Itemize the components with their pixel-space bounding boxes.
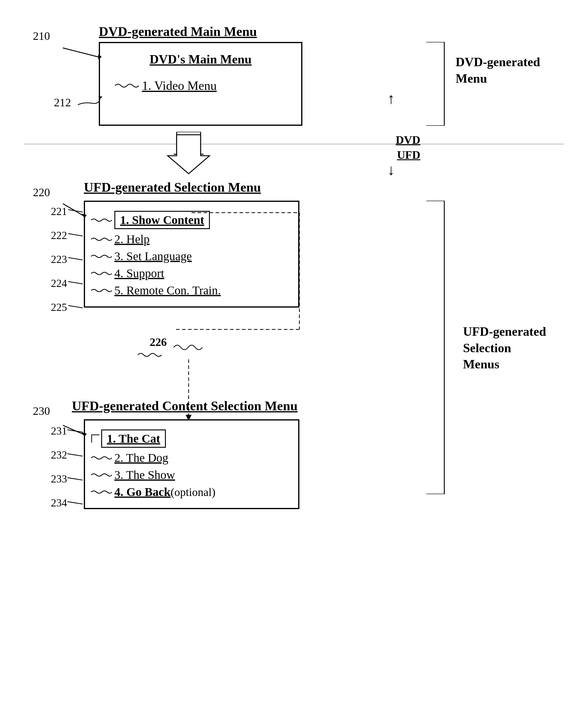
- ref-233: 233: [51, 473, 67, 485]
- ufd-sel-item-224: 4. Support: [91, 266, 286, 280]
- ufd-sel-bracket: [423, 201, 447, 494]
- right-ufd-menu-label: UFD-generatedSelectionMenus: [463, 323, 546, 373]
- ufd-content-title: UFD-generated Content Selection Menu: [72, 398, 298, 414]
- wavy-icon: [91, 287, 112, 294]
- ref-225: 225: [51, 301, 67, 314]
- svg-line-10: [68, 306, 83, 308]
- ref-210: 210: [33, 29, 50, 43]
- ufd-content-item-233: 3. The Show: [91, 468, 286, 482]
- svg-line-19: [67, 454, 83, 456]
- dvd-box-title: DVD's Main Menu: [115, 52, 286, 66]
- ufd-content-item-232: 2. The Dog: [91, 451, 286, 465]
- dvd-generated-main-menu-title: DVD-generated Main Menu: [99, 24, 257, 39]
- ref-230: 230: [33, 404, 50, 418]
- svg-line-6: [68, 209, 83, 212]
- ufd-separator-label: UFD: [397, 148, 420, 161]
- ref-220: 220: [33, 186, 50, 199]
- svg-line-18: [67, 430, 83, 432]
- wavy-icon: [91, 270, 112, 277]
- item-224-label: 4. Support: [114, 266, 164, 280]
- dvd-bracket: [423, 42, 447, 126]
- ref-231: 231: [51, 425, 67, 437]
- corner-icon: [91, 434, 100, 443]
- item-234-optional: (optional): [170, 485, 215, 499]
- item-232-label: 2. The Dog: [114, 451, 168, 465]
- ufd-sel-item-222: 2. Help: [91, 232, 286, 246]
- wavy-icon: [91, 253, 112, 260]
- item-234-label: 4. Go Back: [114, 485, 170, 499]
- dvd-box: DVD's Main Menu 1. Video Menu: [99, 42, 302, 126]
- ref-234: 234: [51, 497, 67, 509]
- wavy-icon: [91, 471, 112, 479]
- ufd-sel-box: 1. Show Content 2. Help 3. Set Language: [84, 201, 299, 308]
- dvd-up-arrow: ↑: [387, 90, 395, 107]
- separator-line: [24, 144, 564, 144]
- wavy-icon: [91, 488, 112, 496]
- svg-line-7: [68, 234, 83, 236]
- ref-212: 212: [54, 96, 71, 109]
- svg-line-21: [67, 502, 83, 504]
- svg-line-8: [68, 257, 83, 260]
- page: 210 DVD-generated Main Menu DVD's Main M…: [0, 0, 588, 705]
- svg-line-20: [67, 478, 83, 480]
- ufd-content-item-231: 1. The Cat: [91, 429, 286, 448]
- ufd-sel-item-223: 3. Set Language: [91, 249, 286, 263]
- ufd-sel-title: UFD-generated Selection Menu: [84, 180, 261, 195]
- ref-232: 232: [51, 449, 67, 461]
- wavy-226-icon: [138, 350, 162, 360]
- ufd-sel-item-221: 1. Show Content: [91, 211, 286, 229]
- ufd-content-box: 1. The Cat 2. The Dog 3. The Show: [84, 419, 299, 509]
- ufd-down-arrow: ↓: [387, 161, 395, 179]
- item-225-label: 5. Remote Con. Train.: [114, 283, 221, 297]
- svg-line-9: [68, 282, 83, 284]
- dvd-separator-label: DVD: [396, 133, 420, 146]
- ref-222: 222: [51, 229, 67, 242]
- item-223-label: 3. Set Language: [114, 249, 192, 263]
- hollow-down-arrow: [174, 132, 204, 171]
- ref-226: 226: [150, 335, 167, 348]
- ref-223: 223: [51, 253, 67, 266]
- item-221-label: 1. Show Content: [120, 213, 204, 227]
- item-222-label: 2. Help: [114, 232, 150, 246]
- wavy-icon: [115, 82, 139, 90]
- wavy-icon: [91, 217, 112, 224]
- item-233-label: 3. The Show: [114, 468, 175, 482]
- wavy-icon: [91, 454, 112, 462]
- right-dvd-menu-label: DVD-generatedMenu: [456, 54, 540, 87]
- dvd-box-item: 1. Video Menu: [115, 79, 286, 93]
- svg-marker-0: [174, 132, 204, 171]
- ufd-content-item-234: 4. Go Back (optional): [91, 485, 286, 499]
- wavy-icon: [91, 236, 112, 243]
- ref-221: 221: [51, 205, 67, 218]
- big-down-arrow-icon: [174, 132, 204, 172]
- ufd-sel-item-225: 5. Remote Con. Train.: [91, 283, 286, 297]
- item-231-label: 1. The Cat: [107, 432, 160, 445]
- svg-line-1: [63, 48, 98, 57]
- ref-224: 224: [51, 277, 67, 290]
